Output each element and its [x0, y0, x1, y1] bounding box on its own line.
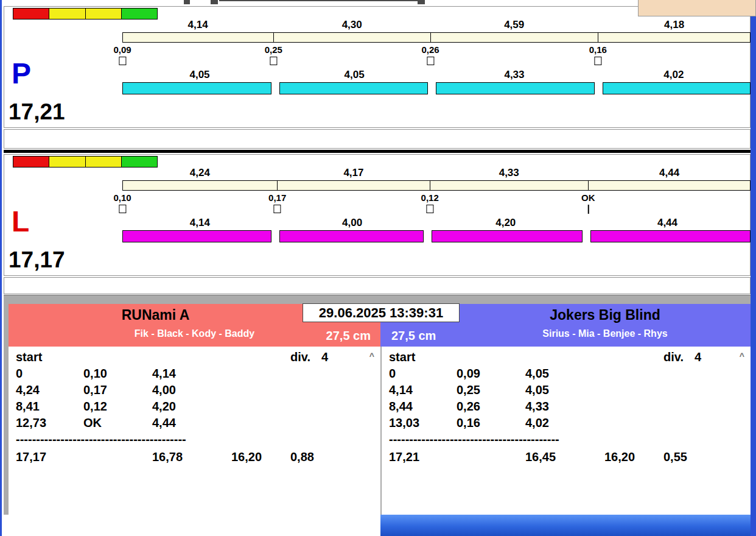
split-bar-segment [430, 181, 589, 190]
crossing-markers-row: 0,10 0,17 0,12 OK [122, 192, 751, 218]
scroll-up-arrow-icon[interactable]: ^ [369, 351, 374, 361]
team-name: Jokers Big Blind [460, 304, 751, 323]
separator-row: ----------------------------------------… [16, 432, 357, 450]
team-dog-names: Fik - Black - Kody - Baddy [9, 328, 380, 339]
crossing-box-icon [426, 205, 433, 213]
jump-height: 27,5 cm [391, 329, 436, 343]
dog-time-bar [436, 82, 595, 94]
crossing-markers-row: 0,09 0,25 0,26 0,16 [122, 44, 751, 70]
window-border-left [0, 0, 2, 536]
bottom-strip [2, 515, 380, 536]
toolbar-panel-fragment[interactable] [638, 0, 756, 16]
dog-time: 4,44 [152, 416, 231, 432]
cumulative-time: 0 [389, 367, 457, 383]
lane-total-time: 17,17 [9, 249, 65, 271]
split-time: 4,59 [430, 19, 598, 31]
split-time: 4,44 [588, 167, 751, 179]
team-dog-names: Sirius - Mia - Benjee - Rhys [460, 328, 751, 339]
result-row: start div.4 [389, 350, 730, 367]
division-value: 4 [321, 350, 328, 364]
dog-time-bar [432, 230, 583, 242]
scroll-up-arrow-icon[interactable]: ^ [740, 351, 744, 361]
split-bar-segment [589, 181, 750, 190]
crossing-box-icon [594, 57, 601, 65]
split-bar-segment [278, 181, 430, 190]
dog-time: 4,44 [584, 217, 751, 229]
crossing-box-icon [270, 57, 277, 65]
division-cell: div.4 [663, 350, 730, 367]
split-time: 4,18 [598, 19, 751, 31]
jump-height: 27,5 cm [326, 329, 371, 343]
cumulative-time: 8,41 [16, 400, 83, 416]
crossing-marker: 0,12 [421, 192, 439, 213]
lane-section-l: L 17,17 4,24 4,17 4,33 4,44 0,10 0,17 0,… [4, 154, 751, 276]
crossing-time: OK [83, 416, 152, 432]
division-label: div. [290, 350, 310, 364]
cumulative-time: 13,03 [389, 416, 457, 432]
crossing-time: 0,09 [113, 44, 131, 55]
cumulative-time: 12,73 [16, 416, 83, 432]
total-time: 17,21 [389, 450, 457, 467]
dog-time-bar [122, 230, 271, 242]
result-row: 12,73 OK 4,44 [16, 416, 357, 432]
dog-time: 4,00 [278, 217, 427, 229]
crossing-marker: OK [581, 192, 595, 214]
crossing-box-icon [119, 205, 126, 213]
breakout-time: 16,20 [604, 450, 663, 467]
time-diff: 0,55 [663, 450, 730, 467]
crossing-time: 0,25 [457, 383, 525, 400]
result-sheet-right: start div.4 0 0,09 4,05 4,14 0,25 4,05 8… [380, 347, 751, 515]
crossing-time: 0,16 [589, 44, 607, 55]
separator-row: ----------------------------------------… [389, 432, 730, 450]
light-red-icon [13, 156, 49, 168]
toolbar-clipped-fragment [184, 0, 190, 4]
split-time: 4,14 [122, 19, 273, 31]
race-datetime: 29.06.2025 13:39:31 [303, 303, 460, 322]
division-label: div. [663, 350, 684, 364]
result-row: 4,24 0,17 4,00 [16, 383, 357, 400]
result-sheet-left: start div.4 0 0,10 4,14 4,24 0,17 4,00 8… [9, 347, 380, 515]
cumulative-time: 0 [16, 367, 83, 383]
separator-dashes: ----------------------------------------… [389, 432, 663, 450]
lane-letter: P [12, 59, 31, 88]
traffic-light-indicator [13, 156, 158, 168]
split-bar-segment [123, 181, 278, 190]
light-yellow-icon [49, 156, 85, 168]
split-time: 4,17 [278, 167, 430, 179]
crossing-marker: 0,26 [421, 44, 439, 65]
dog-time: 4,02 [597, 69, 751, 81]
lane-extra-strip [4, 277, 751, 294]
window-border-right [751, 0, 756, 536]
taskbar[interactable] [380, 515, 751, 536]
dog-time: 4,05 [122, 69, 277, 81]
start-label: start [389, 350, 457, 367]
result-table: start div.4 0 0,10 4,14 4,24 0,17 4,00 8… [16, 350, 357, 467]
total-time: 17,17 [16, 450, 83, 467]
dog-time: 4,14 [122, 217, 278, 229]
traffic-light-indicator [13, 8, 158, 19]
light-green-icon [121, 156, 158, 168]
dog-time-bar [279, 230, 424, 242]
dog-time: 4,05 [525, 367, 604, 383]
toolbar-clipped-fragment [418, 0, 425, 4]
split-times-row: 4,14 4,30 4,59 4,18 [122, 19, 751, 31]
breakout-time: 16,20 [231, 450, 290, 467]
light-red-icon [13, 8, 49, 19]
crossing-time: OK [581, 192, 595, 203]
crossing-marker: 0,16 [589, 44, 607, 65]
dog-time: 4,00 [152, 383, 231, 400]
result-row: 8,44 0,26 4,33 [389, 400, 730, 416]
light-yellow-icon [85, 8, 122, 19]
result-row: 0 0,10 4,14 [16, 367, 357, 383]
result-row: 4,14 0,25 4,05 [389, 383, 730, 400]
dog-time-bar [590, 230, 751, 242]
crossing-time: 0,17 [83, 383, 152, 400]
result-row: 13,03 0,16 4,02 [389, 416, 730, 432]
dog-time: 4,02 [525, 416, 604, 432]
crossing-time: 0,09 [457, 367, 525, 383]
cumulative-time: 8,44 [389, 400, 457, 416]
cumulative-time: 4,24 [16, 383, 83, 400]
split-times-row: 4,24 4,17 4,33 4,44 [122, 167, 751, 179]
light-yellow-icon [85, 156, 122, 168]
dog-time: 4,05 [525, 383, 604, 400]
